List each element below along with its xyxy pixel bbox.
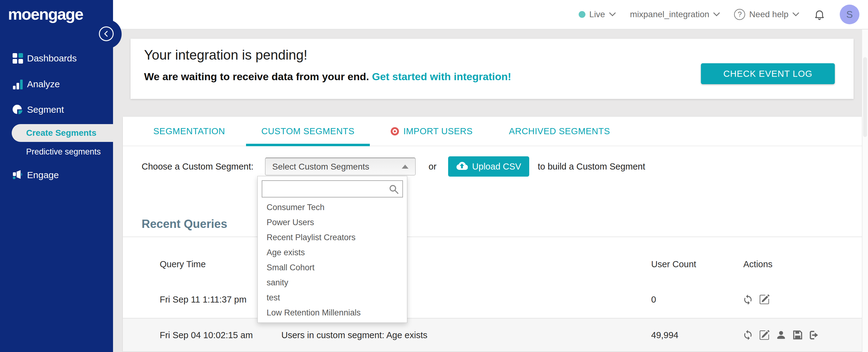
tab-label: SEGMENTATION (153, 126, 225, 136)
query-time: Fri Sep 11 1:11:37 pm (160, 294, 247, 305)
dropdown-search-input[interactable] (262, 181, 402, 197)
dropdown-option[interactable]: Consumer Tech (258, 200, 407, 215)
dropdown-option[interactable]: Small Cohort (258, 260, 407, 275)
app-window: Live mixpanel_integration ? Need help (0, 0, 868, 352)
dropdown-option[interactable]: Recent Playlist Creators (258, 230, 407, 245)
chevron-down-icon (713, 12, 720, 17)
megaphone-icon (12, 169, 23, 181)
column-header-query-time: Query Time (160, 259, 206, 269)
or-text: or (429, 162, 436, 172)
sidebar-item-create-segments[interactable]: Create Segments (12, 124, 113, 142)
tab-segmentation[interactable]: SEGMENTATION (138, 117, 241, 146)
refresh-icon[interactable] (742, 294, 753, 305)
sidebar-item-segment[interactable]: Segment (0, 100, 113, 120)
chevron-down-icon (793, 12, 799, 17)
sidebar-item-engage[interactable]: Engage (0, 165, 113, 185)
avatar-initial: S (846, 9, 852, 20)
triangle-up-icon (402, 165, 408, 169)
sidebar-item-label: Analyze (27, 79, 60, 89)
custom-segment-chooser: Choose a Custom Segment: Select Custom S… (142, 155, 645, 178)
sidebar-item-analyze[interactable]: Analyze (0, 74, 113, 94)
sidebar-item-label: Predictive segments (26, 147, 101, 157)
table-header: Query Time User Count Actions (123, 237, 862, 281)
live-status-dot (579, 11, 585, 18)
top-bar: Live mixpanel_integration ? Need help (113, 0, 868, 30)
record-dot-icon (391, 127, 399, 135)
sidebar-item-label: Engage (27, 170, 59, 180)
banner-message: We are waiting to receive data from your… (144, 71, 511, 83)
tab-label: CUSTOM SEGMENTS (261, 126, 354, 136)
user-count: 0 (651, 294, 656, 305)
chevron-down-icon (609, 12, 616, 17)
user-count: 49,994 (651, 330, 679, 340)
sidebar-item-label: Create Segments (26, 128, 96, 138)
scrollbar-thumb[interactable] (863, 57, 867, 137)
tab-import-users[interactable]: IMPORT USERS (375, 117, 488, 146)
banner-title: Your integration is pending! (144, 47, 307, 63)
segments-panel: SEGMENTATION CUSTOM SEGMENTS IMPORT USER… (123, 117, 862, 352)
recent-queries-title: Recent Queries (142, 218, 227, 231)
question-circle-icon: ? (734, 9, 745, 20)
dropdown-option[interactable]: test (258, 290, 407, 305)
tab-label: IMPORT USERS (403, 126, 473, 136)
custom-segment-select[interactable]: Select Custom Segments (265, 158, 415, 175)
export-icon[interactable] (808, 329, 820, 341)
dropdown-option[interactable]: Power Users (258, 215, 407, 230)
sidebar-item-label: Dashboards (27, 53, 77, 64)
row-actions (742, 294, 770, 305)
refresh-icon[interactable] (742, 329, 753, 341)
upload-csv-label: Upload CSV (472, 162, 521, 172)
scrollbar-track (862, 30, 868, 352)
chooser-suffix-text: to build a Custom Segment (538, 162, 645, 172)
dropdown-search (262, 180, 403, 197)
column-header-user-count: User Count (651, 259, 696, 269)
check-event-log-button[interactable]: CHECK EVENT LOG (701, 63, 835, 84)
tab-archived-segments[interactable]: ARCHIVED SEGMENTS (494, 117, 625, 146)
dropdown-option[interactable]: Low Retention Millennials (258, 305, 407, 320)
help-label: Need help (749, 9, 788, 19)
row-actions (742, 329, 820, 341)
sidebar-item-label: Segment (27, 104, 64, 115)
table-row: Fri Sep 04 10:02:15 am Users in custom s… (123, 318, 862, 352)
query-time: Fri Sep 04 10:02:15 am (160, 330, 253, 340)
avatar[interactable]: S (840, 5, 859, 24)
environment-dropdown[interactable]: Live (579, 9, 616, 19)
tab-bar: SEGMENTATION CUSTOM SEGMENTS IMPORT USER… (123, 117, 862, 146)
workspace-name: mixpanel_integration (630, 9, 709, 19)
environment-label: Live (589, 9, 605, 19)
select-value: Select Custom Segments (272, 162, 369, 172)
cloud-upload-icon (456, 161, 468, 172)
upload-csv-button[interactable]: Upload CSV (448, 156, 529, 177)
edit-icon[interactable] (758, 294, 770, 305)
pie-chart-icon (12, 104, 23, 115)
dropdown-option[interactable]: Age exists (258, 245, 407, 260)
sidebar-item-dashboards[interactable]: Dashboards (0, 49, 113, 68)
bell-icon[interactable] (813, 8, 826, 21)
integration-banner: Your integration is pending! We are wait… (130, 39, 854, 99)
bar-chart-icon (12, 78, 23, 90)
save-icon[interactable] (792, 329, 803, 341)
tab-label: ARCHIVED SEGMENTS (509, 126, 610, 136)
workspace-dropdown[interactable]: mixpanel_integration (630, 9, 720, 19)
banner-message-text: We are waiting to receive data from your… (144, 71, 369, 82)
sidebar-collapse-button[interactable] (99, 26, 114, 41)
sidebar: moengage Dashboards (0, 0, 113, 352)
edit-icon[interactable] (758, 329, 770, 341)
moengage-logo: moengage (8, 5, 83, 23)
column-header-actions: Actions (743, 259, 773, 269)
query-text: Users in custom segment: Age exists (281, 330, 427, 340)
dropdown-option[interactable]: sanity (258, 275, 407, 290)
get-started-link[interactable]: Get started with integration! (372, 71, 511, 82)
tab-custom-segments[interactable]: CUSTOM SEGMENTS (246, 117, 370, 146)
chooser-label: Choose a Custom Segment: (142, 162, 253, 172)
custom-segment-dropdown: Consumer Tech Power Users Recent Playlis… (257, 176, 407, 323)
magnifier-icon (388, 184, 399, 196)
sidebar-item-predictive-segments[interactable]: Predictive segments (26, 144, 101, 160)
grid-icon (12, 53, 23, 64)
table-row: Fri Sep 11 1:11:37 pm 0 (123, 281, 862, 318)
help-dropdown[interactable]: ? Need help (734, 9, 799, 20)
user-icon[interactable] (775, 329, 786, 341)
